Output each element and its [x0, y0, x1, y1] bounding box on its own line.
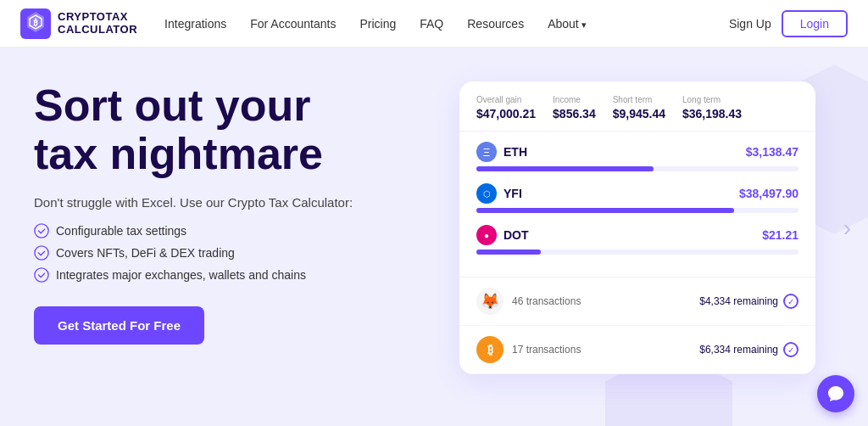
eth-icon: Ξ	[476, 142, 497, 162]
navigation: ₿ CryptoTax CALCULATOR Integrations For …	[0, 0, 868, 48]
tx-metamask-remaining: $4,334 remaining	[699, 295, 778, 307]
stat-overall-gain-value: $47,000.21	[476, 107, 536, 121]
dot-progress-fill	[476, 249, 541, 255]
eth-progress-fill	[476, 166, 654, 171]
svg-point-5	[35, 246, 48, 260]
stat-short-term-label: Short term	[613, 95, 665, 104]
signup-button[interactable]: Sign Up	[729, 17, 771, 31]
yfi-name: YFI	[504, 187, 522, 200]
coin-row-eth: Ξ ETH $3,138.47	[476, 142, 798, 171]
cta-button[interactable]: Get Started For Free	[34, 306, 204, 345]
checkmark-icon	[34, 267, 49, 283]
nav-for-accountants[interactable]: For Accountants	[250, 17, 336, 31]
yfi-icon: ⬡	[476, 183, 497, 204]
dot-icon: ●	[476, 225, 497, 245]
feature-item: Integrates major exchanges, wallets and …	[34, 267, 424, 283]
yfi-value: $38,497.90	[739, 187, 798, 200]
nav-integrations[interactable]: Integrations	[164, 17, 226, 31]
hero-title: Sort out your tax nightmare	[34, 81, 424, 178]
stat-income-value: $856.34	[553, 107, 596, 121]
tx-check-icon: ✓	[783, 294, 798, 309]
svg-point-4	[35, 224, 48, 238]
stat-long-term-value: $36,198.43	[682, 107, 742, 121]
chat-icon	[826, 384, 845, 403]
feature-list: Configurable tax settings Covers NFTs, D…	[34, 223, 424, 283]
eth-value: $3,138.47	[746, 145, 798, 159]
transaction-rows: 🦊 46 transactions $4,334 remaining ✓ ₿ 1…	[459, 277, 815, 374]
checkmark-icon	[34, 245, 49, 261]
logo-icon: ₿	[20, 8, 51, 39]
eth-progress-bg	[476, 166, 798, 171]
eth-name: ETH	[504, 145, 527, 159]
stat-income-label: Income	[553, 95, 596, 104]
metamask-icon: 🦊	[476, 288, 504, 315]
logo[interactable]: ₿ CryptoTax CALCULATOR	[20, 8, 137, 39]
nav-resources[interactable]: Resources	[467, 17, 524, 31]
coin-row-dot: ● DOT $21.21	[476, 225, 798, 255]
stat-short-term: Short term $9,945.44	[613, 95, 665, 121]
dashboard-card: Overall gain $47,000.21 Income $856.34 S…	[459, 81, 815, 374]
feature-item: Covers NFTs, DeFi & DEX trading	[34, 245, 424, 261]
stat-long-term: Long term $36,198.43	[682, 95, 742, 121]
dot-name: DOT	[504, 228, 529, 242]
tx-btc-remaining: $6,334 remaining	[699, 344, 778, 356]
hero-section: Sort out your tax nightmare Don't strugg…	[0, 48, 868, 426]
chat-bubble-button[interactable]	[817, 375, 854, 412]
nav-actions: Sign Up Login	[729, 10, 848, 37]
nav-faq[interactable]: FAQ	[420, 17, 443, 31]
stat-long-term-label: Long term	[682, 95, 742, 104]
nav-links: Integrations For Accountants Pricing FAQ…	[164, 17, 729, 31]
checkmark-icon	[34, 223, 49, 238]
stat-short-term-value: $9,945.44	[613, 107, 665, 121]
coin-row-yfi: ⬡ YFI $38,497.90	[476, 183, 798, 213]
feature-item: Configurable tax settings	[34, 223, 424, 238]
hero-subtitle: Don't struggle with Excel. Use our Crypt…	[34, 195, 424, 210]
tx-btc-info: 17 transactions	[512, 344, 581, 356]
svg-text:₿: ₿	[33, 18, 38, 27]
stat-overall-gain-label: Overall gain	[476, 95, 536, 104]
tx-metamask-info: 46 transactions	[512, 295, 581, 307]
tx-check-icon: ✓	[783, 342, 798, 357]
dot-progress-bg	[476, 249, 798, 255]
hero-left: Sort out your tax nightmare Don't strugg…	[34, 81, 441, 345]
yfi-progress-bg	[476, 208, 798, 213]
stats-row: Overall gain $47,000.21 Income $856.34 S…	[459, 81, 815, 132]
hero-right: Overall gain $47,000.21 Income $856.34 S…	[441, 81, 834, 374]
bitcoin-icon: ₿	[476, 336, 504, 363]
coin-rows: Ξ ETH $3,138.47 ⬡ YFI	[459, 132, 815, 277]
stat-income: Income $856.34	[553, 95, 596, 121]
login-button[interactable]: Login	[782, 10, 848, 37]
dot-value: $21.21	[762, 228, 798, 242]
right-arrow-decoration: ›	[843, 215, 851, 242]
svg-point-6	[35, 268, 48, 282]
nav-about[interactable]: About	[548, 17, 587, 31]
logo-subtitle: CALCULATOR	[58, 24, 137, 36]
tx-row-metamask: 🦊 46 transactions $4,334 remaining ✓	[459, 277, 815, 326]
tx-row-btc: ₿ 17 transactions $6,334 remaining ✓	[459, 326, 815, 374]
yfi-progress-fill	[476, 208, 734, 213]
logo-name: CryptoTax	[58, 11, 137, 23]
nav-pricing[interactable]: Pricing	[359, 17, 396, 31]
stat-overall-gain: Overall gain $47,000.21	[476, 95, 536, 121]
